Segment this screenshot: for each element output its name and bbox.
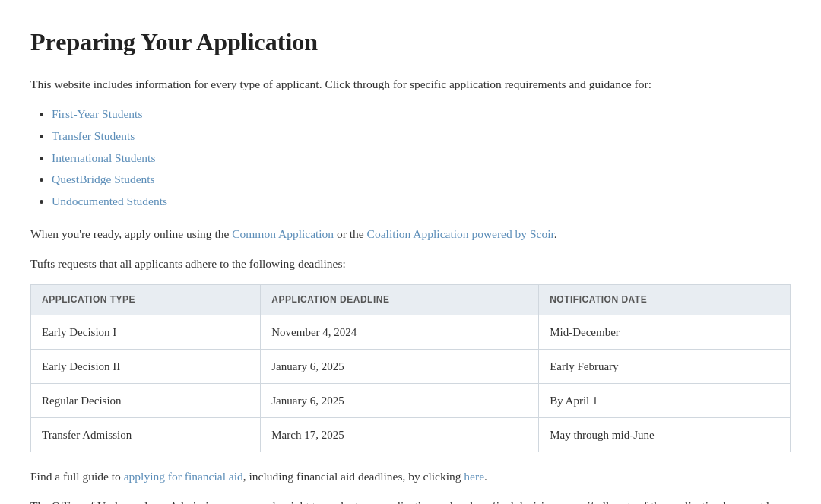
page-title: Preparing Your Application bbox=[30, 23, 791, 62]
undocumented-students-link[interactable]: Undocumented Students bbox=[52, 195, 167, 208]
notification-cell: May through mid-June bbox=[539, 417, 791, 452]
col-header-notification: NOTIFICATION DATE bbox=[539, 284, 791, 315]
application-type-cell: Early Decision I bbox=[31, 315, 261, 349]
international-students-link[interactable]: International Students bbox=[52, 151, 155, 164]
deadline-cell: January 6, 2025 bbox=[261, 349, 539, 383]
deadlines-table: APPLICATION TYPE APPLICATION DEADLINE NO… bbox=[30, 284, 791, 452]
apply-text-prefix: When you're ready, apply online using th… bbox=[30, 227, 232, 240]
list-item: First-Year Students bbox=[52, 105, 791, 124]
list-item: Transfer Students bbox=[52, 127, 791, 146]
notification-cell: Mid-December bbox=[539, 315, 791, 349]
application-type-cell: Transfer Admission bbox=[31, 417, 261, 452]
apply-text-middle: or the bbox=[334, 227, 366, 240]
coalition-app-link[interactable]: Coalition Application powered by Scoir bbox=[367, 227, 554, 240]
common-app-link[interactable]: Common Application bbox=[232, 227, 334, 240]
list-item: International Students bbox=[52, 149, 791, 168]
financial-aid-paragraph: Find a full guide to applying for financ… bbox=[30, 468, 791, 487]
deadline-cell: January 6, 2025 bbox=[261, 383, 539, 417]
application-type-cell: Regular Decision bbox=[31, 383, 261, 417]
list-item: Undocumented Students bbox=[52, 192, 791, 211]
table-row: Transfer Admission March 17, 2025 May th… bbox=[31, 417, 791, 452]
financial-aid-suffix: . bbox=[484, 470, 487, 483]
disclaimer-paragraph: The Office of Undergraduate Admissions r… bbox=[30, 497, 791, 504]
col-header-application-type: APPLICATION TYPE bbox=[31, 284, 261, 315]
table-header: APPLICATION TYPE APPLICATION DEADLINE NO… bbox=[31, 284, 791, 315]
notification-cell: By April 1 bbox=[539, 383, 791, 417]
here-link[interactable]: here bbox=[464, 470, 484, 483]
table-row: Early Decision I November 4, 2024 Mid-De… bbox=[31, 315, 791, 349]
table-row: Early Decision II January 6, 2025 Early … bbox=[31, 349, 791, 383]
table-header-row: APPLICATION TYPE APPLICATION DEADLINE NO… bbox=[31, 284, 791, 315]
apply-paragraph: When you're ready, apply online using th… bbox=[30, 225, 791, 244]
financial-aid-prefix: Find a full guide to bbox=[30, 470, 124, 483]
apply-text-suffix: . bbox=[554, 227, 557, 240]
financial-aid-middle: , including financial aid deadlines, by … bbox=[243, 470, 464, 483]
student-type-list: First-Year Students Transfer Students In… bbox=[30, 105, 791, 211]
first-year-students-link[interactable]: First-Year Students bbox=[52, 107, 142, 120]
notification-cell: Early February bbox=[539, 349, 791, 383]
financial-aid-link[interactable]: applying for financial aid bbox=[124, 470, 243, 483]
transfer-students-link[interactable]: Transfer Students bbox=[52, 129, 135, 142]
application-type-cell: Early Decision II bbox=[31, 349, 261, 383]
deadline-cell: March 17, 2025 bbox=[261, 417, 539, 452]
table-row: Regular Decision January 6, 2025 By Apri… bbox=[31, 383, 791, 417]
deadlines-intro-text: Tufts requests that all applicants adher… bbox=[30, 255, 791, 274]
questbridge-students-link[interactable]: QuestBridge Students bbox=[52, 173, 155, 185]
list-item: QuestBridge Students bbox=[52, 170, 791, 189]
table-body: Early Decision I November 4, 2024 Mid-De… bbox=[31, 315, 791, 452]
col-header-deadline: APPLICATION DEADLINE bbox=[261, 284, 539, 315]
intro-paragraph: This website includes information for ev… bbox=[30, 75, 791, 94]
deadline-cell: November 4, 2024 bbox=[261, 315, 539, 349]
